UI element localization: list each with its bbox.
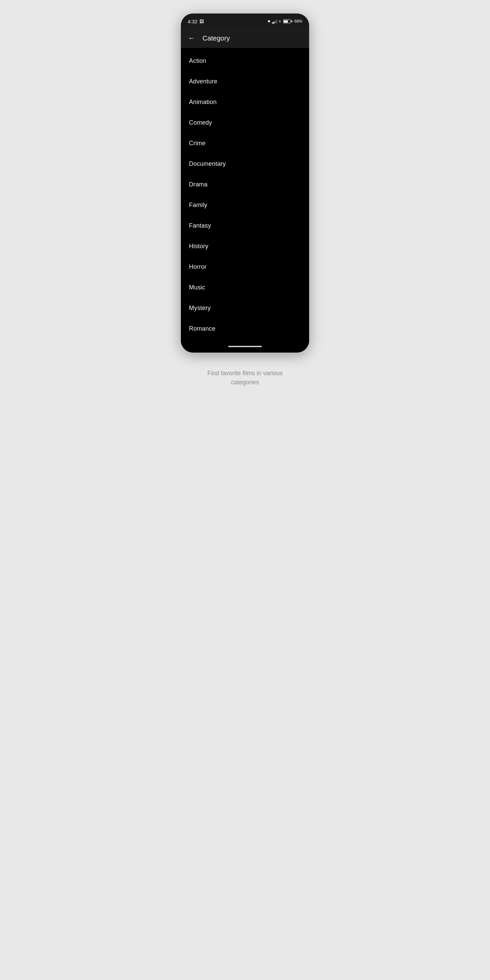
category-item-music[interactable]: Music bbox=[181, 277, 309, 298]
status-right: ✕ 68% bbox=[268, 19, 302, 24]
signal-bar-1 bbox=[272, 22, 273, 24]
dot-indicator bbox=[268, 20, 270, 22]
category-item-crime[interactable]: Crime bbox=[181, 133, 309, 154]
battery-percent: 68% bbox=[294, 19, 302, 24]
back-button[interactable]: ← bbox=[186, 33, 197, 44]
home-bar bbox=[228, 346, 262, 347]
signal-bar-2 bbox=[273, 22, 274, 24]
category-item-horror[interactable]: Horror bbox=[181, 257, 309, 277]
time-display: 4:32 bbox=[188, 19, 197, 24]
signal-bar-4 bbox=[276, 19, 277, 24]
battery-body bbox=[283, 19, 290, 23]
signal-icon bbox=[272, 19, 277, 24]
category-item-romance[interactable]: Romance bbox=[181, 318, 309, 339]
category-item-fantasy[interactable]: Fantasy bbox=[181, 215, 309, 236]
status-bar: 4:32 🖼 ✕ bbox=[181, 14, 309, 29]
battery-tip bbox=[291, 20, 292, 22]
category-item-drama[interactable]: Drama bbox=[181, 174, 309, 195]
category-item-family[interactable]: Family bbox=[181, 195, 309, 215]
category-item-mystery[interactable]: Mystery bbox=[181, 298, 309, 318]
battery-icon bbox=[283, 19, 292, 23]
app-bar: ← Category bbox=[181, 29, 309, 48]
home-indicator bbox=[181, 342, 309, 353]
phone-shell: 4:32 🖼 ✕ bbox=[181, 14, 309, 353]
category-item-history[interactable]: History bbox=[181, 236, 309, 257]
category-item-comedy[interactable]: Comedy bbox=[181, 113, 309, 133]
category-list: ActionAdventureAnimationComedyCrimeDocum… bbox=[181, 48, 309, 342]
battery-fill bbox=[284, 20, 288, 22]
category-item-adventure[interactable]: Adventure bbox=[181, 71, 309, 92]
signal-bar-3 bbox=[275, 21, 276, 24]
category-item-documentary[interactable]: Documentary bbox=[181, 154, 309, 174]
page-wrapper: 4:32 🖼 ✕ bbox=[174, 14, 316, 387]
app-bar-title: Category bbox=[203, 35, 230, 42]
signal-x-icon: ✕ bbox=[278, 19, 281, 23]
status-time: 4:32 🖼 bbox=[188, 19, 204, 24]
signal-area: ✕ bbox=[272, 19, 281, 24]
bottom-caption: Find favorite films in various categorie… bbox=[198, 369, 292, 387]
category-item-animation[interactable]: Animation bbox=[181, 92, 309, 113]
category-item-action[interactable]: Action bbox=[181, 51, 309, 71]
image-icon: 🖼 bbox=[200, 19, 204, 24]
